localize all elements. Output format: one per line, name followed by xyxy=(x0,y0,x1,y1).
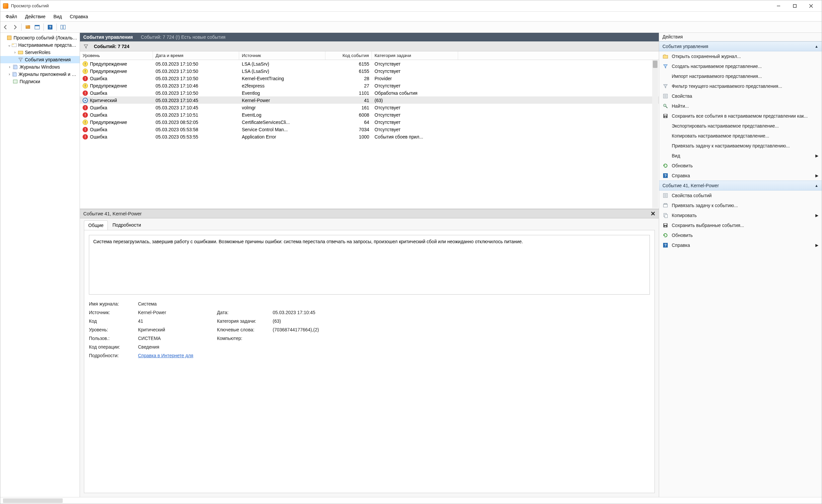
cell-source: LSA (LsaSrv) xyxy=(239,60,325,68)
menu-action[interactable]: Действие xyxy=(21,12,49,21)
action-item[interactable]: Фильтр текущего настраиваемого представл… xyxy=(659,81,822,91)
col-event-id[interactable]: Код события xyxy=(325,51,372,60)
toolbar-btn-2[interactable] xyxy=(33,23,41,31)
action-label: Импорт настраиваемого представления... xyxy=(672,74,762,79)
svg-rect-14 xyxy=(18,51,23,54)
cell-task: Отсутствует xyxy=(372,126,458,134)
actions-section-1[interactable]: События управления ▲ xyxy=(659,41,822,51)
expand-toggle[interactable]: › xyxy=(7,72,12,77)
action-item[interactable]: Создать настраиваемое представление... xyxy=(659,61,822,71)
action-item[interactable]: Привязать задачу к настраиваемому предст… xyxy=(659,141,822,151)
tab-details[interactable]: Подробности xyxy=(108,220,145,230)
blank-icon xyxy=(663,123,669,129)
action-item[interactable]: Экспортировать настраиваемое представлен… xyxy=(659,121,822,131)
svg-rect-42 xyxy=(665,226,667,227)
action-item[interactable]: Открыть сохраненный журнал... xyxy=(659,51,822,61)
help-button[interactable]: ? xyxy=(46,23,54,31)
action-label: Создать настраиваемое представление... xyxy=(672,64,762,69)
action-item[interactable]: Свойства событий xyxy=(659,191,822,200)
help-icon: ? xyxy=(663,173,669,179)
grid-scrollbar[interactable] xyxy=(652,60,658,208)
menu-view[interactable]: Вид xyxy=(49,12,66,21)
action-label: Найти... xyxy=(672,103,689,109)
tree-subscriptions[interactable]: Подписки xyxy=(0,78,80,85)
level-icon: ✕ xyxy=(83,98,88,103)
back-button[interactable] xyxy=(2,23,10,31)
expand-toggle[interactable]: › xyxy=(12,50,18,55)
action-item[interactable]: Импорт настраиваемого представления... xyxy=(659,71,822,81)
cell-source: Application Error xyxy=(239,133,325,141)
level-text: Предупреждение xyxy=(90,69,127,74)
maximize-button[interactable] xyxy=(787,1,803,11)
event-row[interactable]: !Ошибка05.03.2023 17:10:50Kernel-EventTr… xyxy=(80,75,659,82)
event-row[interactable]: !Ошибка05.03.2023 05:53:55Application Er… xyxy=(80,133,659,140)
filter-icon xyxy=(83,44,88,49)
forward-button[interactable] xyxy=(11,23,19,31)
event-row[interactable]: !Предупреждение05.03.2023 17:10:50LSA (L… xyxy=(80,67,659,75)
event-row[interactable]: !Ошибка05.03.2023 17:10:45volmgr161Отсут… xyxy=(80,104,659,111)
action-label: Обновить xyxy=(672,163,693,168)
level-icon: ! xyxy=(83,61,88,67)
window-controls xyxy=(771,1,819,11)
level-icon: ! xyxy=(83,83,88,88)
action-item[interactable]: ?Справка▶ xyxy=(659,171,822,181)
action-item[interactable]: Копировать настраиваемое представление..… xyxy=(659,131,822,141)
grid-header: Уровень Дата и время Источник Код событи… xyxy=(80,51,659,60)
navigation-tree: Просмотр событий (Локальный) ⌄ Настраива… xyxy=(0,33,80,497)
collapse-toggle[interactable]: ⌄ xyxy=(7,43,12,47)
action-item[interactable]: Найти... xyxy=(659,101,822,111)
grid-body[interactable]: !Предупреждение05.03.2023 17:10:50LSA (L… xyxy=(80,60,659,209)
svg-rect-19 xyxy=(13,80,17,83)
folder-open-icon xyxy=(663,53,669,59)
toolbar-btn-3[interactable] xyxy=(59,23,67,31)
minimize-button[interactable] xyxy=(771,1,787,11)
actions-list-2: Свойства событийПривязать задачу к событ… xyxy=(659,191,822,250)
close-button[interactable] xyxy=(803,1,819,11)
menu-help[interactable]: Справка xyxy=(66,12,92,21)
tree-windows-logs[interactable]: › Журналы Windows xyxy=(0,63,80,71)
detail-close-button[interactable]: ✕ xyxy=(651,210,656,217)
action-item[interactable]: Сохранить выбранные события... xyxy=(659,220,822,230)
level-icon: ! xyxy=(83,134,88,140)
col-datetime[interactable]: Дата и время xyxy=(153,51,239,60)
event-row[interactable]: !Ошибка05.03.2023 17:10:50Eventlog1101Об… xyxy=(80,89,659,96)
menu-file[interactable]: Файл xyxy=(2,12,21,21)
col-source[interactable]: Источник xyxy=(239,51,325,60)
online-help-link[interactable]: Справка в Интернете для xyxy=(138,353,193,358)
col-task[interactable]: Категория задачи xyxy=(372,51,458,60)
scrollbar-thumb[interactable] xyxy=(653,61,658,68)
keywords-label: Ключевые слова: xyxy=(217,327,267,332)
action-item[interactable]: Обновить xyxy=(659,161,822,171)
action-item[interactable]: Сохранить все события в настраиваемом пр… xyxy=(659,111,822,121)
action-item[interactable]: ?Справка▶ xyxy=(659,240,822,250)
action-item[interactable]: Вид▶ xyxy=(659,151,822,161)
actions-section-2[interactable]: Событие 41, Kernel-Power ▲ xyxy=(659,181,822,191)
actions-list-1: Открыть сохраненный журнал...Создать нас… xyxy=(659,51,822,181)
action-item[interactable]: Копировать▶ xyxy=(659,210,822,220)
tree-root[interactable]: Просмотр событий (Локальный) xyxy=(0,34,80,41)
show-hide-tree-button[interactable] xyxy=(24,23,32,31)
event-row[interactable]: ✕Критический05.03.2023 17:10:45Kernel-Po… xyxy=(80,96,659,104)
tree-custom-views[interactable]: ⌄ Настраиваемые представления xyxy=(0,41,80,49)
event-row[interactable]: !Предупреждение05.03.2023 08:52:05Certif… xyxy=(80,118,659,126)
tree-server-roles[interactable]: › ServerRoles xyxy=(0,49,80,56)
tab-general[interactable]: Общие xyxy=(84,220,108,230)
center-header-title: События управления xyxy=(83,34,133,40)
cell-task: События сбоев прил... xyxy=(372,133,458,141)
event-row[interactable]: !Предупреждение05.03.2023 17:10:50LSA (L… xyxy=(80,60,659,67)
cell-event-id: 41 xyxy=(325,96,372,104)
expand-toggle[interactable]: › xyxy=(7,65,12,69)
tree-app-service-logs[interactable]: › Журналы приложений и служб xyxy=(0,71,80,78)
action-item[interactable]: Свойства xyxy=(659,91,822,101)
tree-management-events[interactable]: События управления xyxy=(0,56,80,63)
horizontal-scrollbar[interactable] xyxy=(3,498,63,503)
event-row[interactable]: !Ошибка05.03.2023 05:53:58Service Contro… xyxy=(80,126,659,133)
action-item[interactable]: Обновить xyxy=(659,230,822,240)
action-item[interactable]: Привязать задачу к событию... xyxy=(659,200,822,210)
event-row[interactable]: !Предупреждение05.03.2023 17:10:46e2fexp… xyxy=(80,82,659,89)
event-row[interactable]: !Ошибка05.03.2023 17:10:51EventLog6008От… xyxy=(80,111,659,118)
submenu-arrow-icon: ▶ xyxy=(815,153,818,158)
tree-label: События управления xyxy=(25,57,71,62)
col-level[interactable]: Уровень xyxy=(80,51,153,60)
cell-event-id: 6155 xyxy=(325,60,372,68)
